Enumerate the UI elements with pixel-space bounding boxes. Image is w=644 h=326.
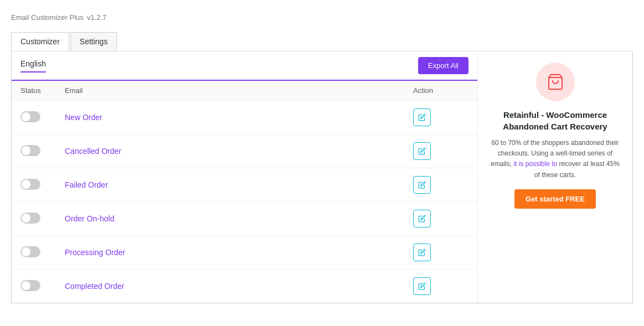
status-column-header: Status	[20, 86, 65, 95]
sidebar-description: 60 to 70% of the shoppers abandoned thei…	[489, 138, 621, 180]
email-name-order-onhold[interactable]: Order On-hold	[65, 214, 413, 223]
sidebar-title: Retainful - WooCommerce Abandoned Cart R…	[489, 109, 621, 132]
action-column-header: Action	[413, 86, 468, 95]
action-cell	[413, 277, 468, 295]
table-header: Status Email Action	[12, 81, 477, 101]
tab-customizer[interactable]: Customizer	[11, 32, 69, 51]
action-cell	[413, 108, 468, 126]
main-tabs: Customizer Settings	[11, 32, 633, 51]
toggle-failed-order[interactable]	[20, 179, 65, 192]
edit-button-cancelled-order[interactable]	[413, 142, 431, 160]
email-name-processing-order[interactable]: Processing Order	[65, 248, 413, 257]
table-row: Processing Order	[12, 236, 477, 270]
content-area: English Export All Status Email Action N…	[11, 51, 633, 303]
export-all-button[interactable]: Export All	[418, 57, 468, 74]
app-title: Email Customizer Plus v1.2.7	[11, 9, 633, 23]
email-name-completed-order[interactable]: Completed Order	[65, 282, 413, 291]
get-started-button[interactable]: Get started FREE	[514, 189, 596, 209]
email-name-failed-order[interactable]: Failed Order	[65, 180, 413, 189]
email-column-header: Email	[65, 86, 413, 95]
left-panel: English Export All Status Email Action N…	[12, 51, 477, 303]
action-cell	[413, 210, 468, 227]
cart-icon	[547, 73, 564, 91]
toggle-cancelled-order[interactable]	[20, 145, 65, 158]
lang-label: English	[20, 59, 46, 73]
email-name-new-order[interactable]: New Order	[65, 113, 413, 122]
toggle-processing-order[interactable]	[20, 246, 65, 259]
tab-settings[interactable]: Settings	[70, 32, 117, 51]
table-row: Completed Order	[12, 270, 477, 303]
edit-button-failed-order[interactable]	[413, 176, 431, 194]
table-row: Cancelled Order	[12, 134, 477, 168]
cart-icon-wrapper	[536, 63, 575, 101]
action-cell	[413, 142, 468, 160]
edit-button-order-onhold[interactable]	[413, 210, 431, 227]
table-row: New Order	[12, 101, 477, 134]
toggle-new-order[interactable]	[20, 111, 65, 124]
action-cell	[413, 244, 468, 261]
edit-button-processing-order[interactable]	[413, 244, 431, 261]
lang-bar: English Export All	[12, 51, 477, 81]
toggle-order-onhold[interactable]	[20, 213, 65, 225]
right-panel: Retainful - WooCommerce Abandoned Cart R…	[477, 51, 632, 303]
table-row: Failed Order	[12, 168, 477, 202]
email-list: New Order Cancelled Orde	[12, 101, 477, 303]
toggle-completed-order[interactable]	[20, 280, 65, 293]
table-row: Order On-hold	[12, 202, 477, 236]
edit-button-completed-order[interactable]	[413, 277, 431, 295]
edit-button-new-order[interactable]	[413, 108, 431, 126]
email-name-cancelled-order[interactable]: Cancelled Order	[65, 147, 413, 156]
action-cell	[413, 176, 468, 194]
